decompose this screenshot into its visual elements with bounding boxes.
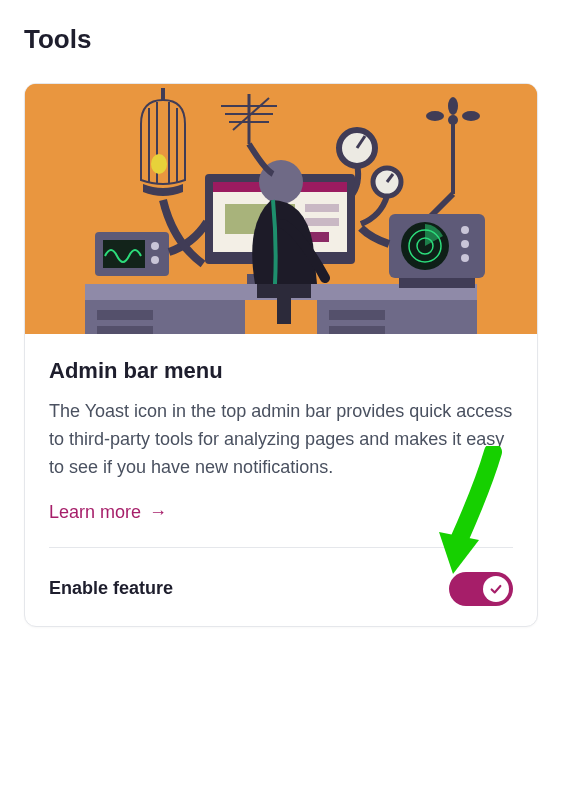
enable-feature-label: Enable feature [49,578,173,599]
card-illustration [25,84,537,334]
svg-rect-12 [305,204,339,212]
check-icon [489,582,503,596]
svg-rect-18 [257,284,311,298]
svg-rect-4 [97,310,153,320]
svg-point-42 [462,111,480,121]
svg-point-23 [151,256,159,264]
svg-rect-7 [329,326,385,334]
svg-rect-6 [329,310,385,320]
svg-rect-29 [161,88,165,100]
divider [49,547,513,548]
enable-feature-toggle[interactable] [449,572,513,606]
toggle-knob [483,576,509,602]
svg-rect-21 [103,240,145,268]
card-heading: Admin bar menu [49,358,513,384]
svg-point-22 [151,242,159,250]
admin-bar-menu-card: Admin bar menu The Yoast icon in the top… [24,83,538,627]
svg-point-43 [448,97,458,115]
svg-point-28 [151,154,167,174]
learn-more-label: Learn more [49,502,141,523]
svg-rect-5 [97,326,153,334]
enable-feature-row: Enable feature [49,572,513,606]
svg-point-48 [461,226,469,234]
svg-point-41 [426,111,444,121]
card-description: The Yoast icon in the top admin bar prov… [49,398,513,482]
learn-more-link[interactable]: Learn more → [49,502,167,523]
svg-rect-19 [277,298,291,324]
card-body: Admin bar menu The Yoast icon in the top… [25,334,537,626]
svg-marker-52 [439,532,479,574]
svg-point-50 [461,254,469,262]
svg-point-40 [448,115,458,125]
arrow-right-icon: → [149,503,167,521]
svg-rect-51 [399,278,475,288]
page-title: Tools [24,24,538,55]
svg-point-49 [461,240,469,248]
svg-rect-13 [305,218,339,226]
